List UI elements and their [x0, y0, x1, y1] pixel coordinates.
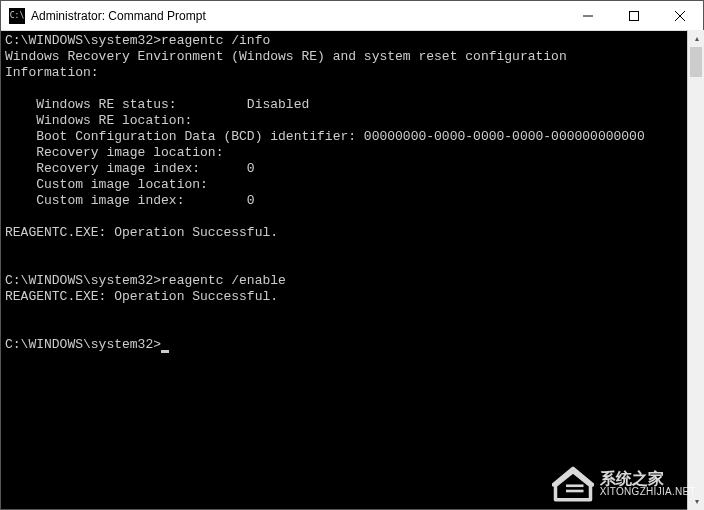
command-text: reagentc /enable [161, 273, 286, 288]
command-text: reagentc /info [161, 33, 270, 48]
result-line: REAGENTC.EXE: Operation Successful. [5, 225, 278, 240]
window-controls [565, 1, 703, 30]
window-title: Administrator: Command Prompt [31, 9, 565, 23]
field-value: 00000000-0000-0000-0000-000000000000 [364, 129, 645, 144]
vertical-scrollbar[interactable]: ▴ ▾ [687, 30, 704, 510]
prompt-text: C:\WINDOWS\system32> [5, 273, 161, 288]
minimize-button[interactable] [565, 1, 611, 30]
output-line: Custom image location: [5, 177, 208, 192]
output-line: Windows Recovery Environment (Windows RE… [5, 49, 567, 64]
maximize-button[interactable] [611, 1, 657, 30]
output-line: Recovery image location: [5, 145, 223, 160]
field-value: 0 [247, 161, 255, 176]
field-value: Disabled [247, 97, 309, 112]
console-output[interactable]: C:\WINDOWS\system32>reagentc /info Windo… [1, 31, 703, 509]
titlebar[interactable]: C:\ Administrator: Command Prompt [1, 1, 703, 31]
scrollbar-up-arrow-icon[interactable]: ▴ [688, 30, 704, 47]
command-prompt-window: C:\ Administrator: Command Prompt C:\WIN… [0, 0, 704, 510]
field-label: Custom image index: [5, 193, 247, 208]
field-label: Recovery image index: [5, 161, 247, 176]
result-line: REAGENTC.EXE: Operation Successful. [5, 289, 278, 304]
output-line: Windows RE location: [5, 113, 192, 128]
output-line: Information: [5, 65, 99, 80]
close-button[interactable] [657, 1, 703, 30]
svg-rect-1 [630, 11, 639, 20]
app-icon: C:\ [9, 8, 25, 24]
field-value: 0 [247, 193, 255, 208]
prompt-text: C:\WINDOWS\system32> [5, 337, 161, 352]
cursor [161, 350, 169, 353]
scrollbar-down-arrow-icon[interactable]: ▾ [688, 493, 704, 510]
field-label: Windows RE status: [5, 97, 247, 112]
field-label: Boot Configuration Data (BCD) identifier… [5, 129, 364, 144]
scrollbar-thumb[interactable] [690, 47, 702, 77]
prompt-text: C:\WINDOWS\system32> [5, 33, 161, 48]
